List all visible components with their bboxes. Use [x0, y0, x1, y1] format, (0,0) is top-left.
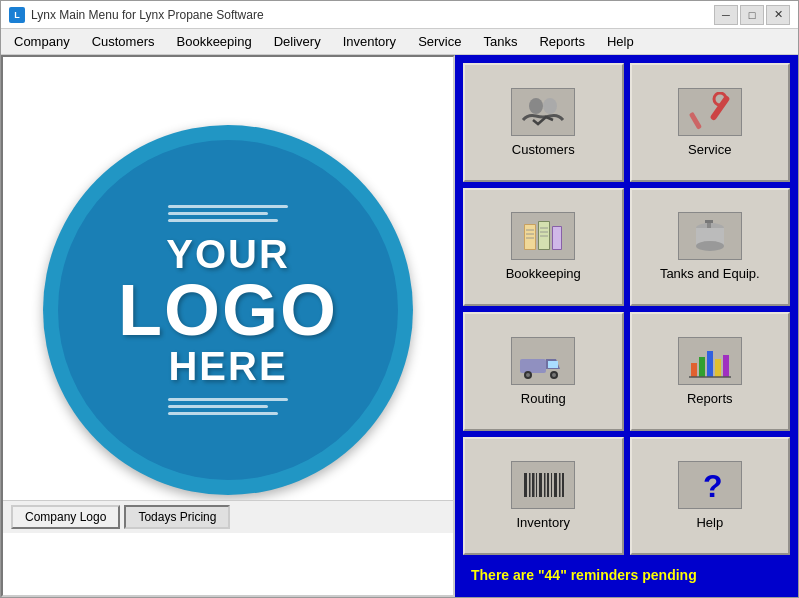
grid-row-1: Customers Service — [463, 63, 790, 182]
svg-rect-43 — [554, 473, 557, 497]
svg-rect-45 — [562, 473, 564, 497]
logo-panel: YOUR LOGO HERE Company LogoTodays Pricin — [1, 55, 455, 597]
reports-button[interactable]: Reports — [630, 312, 791, 431]
svg-rect-30 — [699, 357, 705, 377]
svg-rect-38 — [536, 473, 537, 497]
logo-circle-inner: YOUR LOGO HERE — [58, 140, 398, 480]
svg-rect-4 — [689, 111, 702, 129]
menu-item-bookkeeping[interactable]: Bookkeeping — [166, 31, 263, 53]
routing-label: Routing — [521, 391, 566, 406]
svg-rect-6 — [525, 225, 535, 249]
svg-rect-22 — [520, 359, 546, 373]
grid-row-3: Routing Reports — [463, 312, 790, 431]
logo-line-6 — [168, 412, 278, 415]
logo-logo: LOGO — [118, 274, 338, 346]
routing-button[interactable]: Routing — [463, 312, 624, 431]
logo-line-5 — [168, 405, 268, 408]
help-icon: ? — [678, 461, 742, 509]
inventory-label: Inventory — [517, 515, 570, 530]
tanks-icon — [678, 212, 742, 260]
logo-line-3 — [168, 219, 278, 222]
svg-rect-32 — [715, 359, 721, 377]
svg-rect-33 — [723, 355, 729, 377]
bottom-btn-company-logo[interactable]: Company Logo — [11, 505, 120, 529]
reminders-bar: There are "44" reminders pending — [463, 561, 790, 589]
reports-label: Reports — [687, 391, 733, 406]
bottom-btn-todays-pricing[interactable]: Todays Pricing — [124, 505, 230, 529]
logo-here: HERE — [118, 346, 338, 386]
menu-item-service[interactable]: Service — [407, 31, 472, 53]
routing-icon — [511, 337, 575, 385]
svg-rect-37 — [532, 473, 535, 497]
inventory-button[interactable]: Inventory — [463, 437, 624, 556]
help-label: Help — [696, 515, 723, 530]
bookkeeping-label: Bookkeeping — [506, 266, 581, 281]
inventory-icon — [511, 461, 575, 509]
reminders-text: There are "44" reminders pending — [471, 567, 697, 583]
reports-icon — [678, 337, 742, 385]
svg-rect-41 — [547, 473, 549, 497]
svg-rect-31 — [707, 351, 713, 377]
bookkeeping-icon — [511, 212, 575, 260]
svg-point-0 — [529, 98, 543, 114]
menu-item-help[interactable]: Help — [596, 31, 645, 53]
logo-container: YOUR LOGO HERE — [38, 120, 418, 500]
logo-text: YOUR LOGO HERE — [118, 234, 338, 386]
svg-text:?: ? — [703, 468, 723, 504]
main-window: L Lynx Main Menu for Lynx Propane Softwa… — [0, 0, 799, 598]
grid-row-4: Inventory ? Help — [463, 437, 790, 556]
logo-line-1 — [168, 205, 288, 208]
help-button[interactable]: ? Help — [630, 437, 791, 556]
service-label: Service — [688, 142, 731, 157]
menu-item-delivery[interactable]: Delivery — [263, 31, 332, 53]
maximize-button[interactable]: □ — [740, 5, 764, 25]
menu-item-company[interactable]: Company — [3, 31, 81, 53]
svg-rect-36 — [529, 473, 531, 497]
menu-item-tanks[interactable]: Tanks — [472, 31, 528, 53]
svg-rect-11 — [539, 222, 549, 249]
svg-rect-39 — [539, 473, 542, 497]
app-icon: L — [9, 7, 25, 23]
svg-rect-29 — [691, 363, 697, 377]
minimize-button[interactable]: ─ — [714, 5, 738, 25]
logo-your: YOUR — [118, 234, 338, 274]
tanks-button[interactable]: Tanks and Equip. — [630, 188, 791, 307]
bottom-buttons: Company LogoTodays Pricing — [3, 500, 453, 533]
bookkeeping-button[interactable]: Bookkeeping — [463, 188, 624, 307]
svg-rect-24 — [548, 361, 558, 368]
service-icon — [678, 88, 742, 136]
svg-rect-42 — [551, 473, 552, 497]
customers-button[interactable]: Customers — [463, 63, 624, 182]
main-content: YOUR LOGO HERE Company LogoTodays Pricin — [1, 55, 798, 597]
menu-item-reports[interactable]: Reports — [528, 31, 596, 53]
window-controls: ─ □ ✕ — [714, 5, 790, 25]
menu-item-customers[interactable]: Customers — [81, 31, 166, 53]
svg-point-26 — [526, 373, 530, 377]
svg-rect-16 — [553, 227, 561, 249]
logo-lines-top — [168, 205, 288, 222]
window-title: Lynx Main Menu for Lynx Propane Software — [31, 8, 714, 22]
svg-rect-44 — [559, 473, 561, 497]
logo-lines-bottom — [168, 398, 288, 415]
logo-circle-outer: YOUR LOGO HERE — [43, 125, 413, 495]
menu-item-inventory[interactable]: Inventory — [332, 31, 407, 53]
customers-label: Customers — [512, 142, 575, 157]
right-panel: Customers Service — [455, 55, 798, 597]
logo-line-2 — [168, 212, 268, 215]
grid-row-2: Bookkeeping Tanks — [463, 188, 790, 307]
svg-point-28 — [552, 373, 556, 377]
title-bar: L Lynx Main Menu for Lynx Propane Softwa… — [1, 1, 798, 29]
close-button[interactable]: ✕ — [766, 5, 790, 25]
logo-line-4 — [168, 398, 288, 401]
customers-icon — [511, 88, 575, 136]
svg-rect-35 — [524, 473, 527, 497]
svg-rect-21 — [705, 220, 713, 223]
service-button[interactable]: Service — [630, 63, 791, 182]
svg-point-1 — [543, 98, 557, 114]
tanks-label: Tanks and Equip. — [660, 266, 760, 281]
svg-point-19 — [696, 241, 724, 251]
svg-rect-40 — [544, 473, 546, 497]
menu-bar: CompanyCustomersBookkeepingDeliveryInven… — [1, 29, 798, 55]
